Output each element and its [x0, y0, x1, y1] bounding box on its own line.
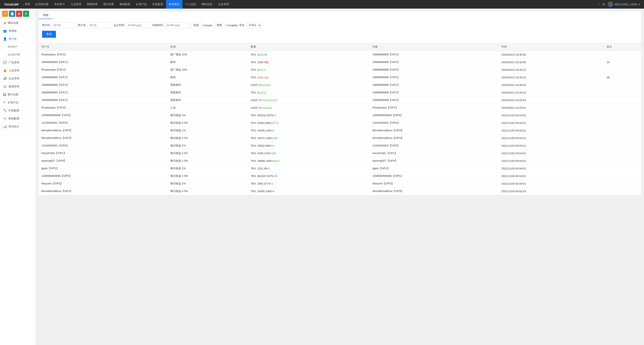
more-icon[interactable]: ›	[597, 2, 600, 7]
sidebar-item-miner-config[interactable]: 🔧 矿机配置	[0, 107, 36, 115]
cell-time: 2021/11/04 00:04:01	[499, 180, 604, 187]
top-nav-item-个人信息[interactable]: 个人信息	[182, 0, 199, 9]
top-nav-item-本站用户[interactable]: 本站用户	[51, 0, 68, 9]
content-card: 明细 用户ID 用户名 起止时间 结束时间 筛选 Comple	[39, 12, 641, 195]
cell-award: 入金:	[168, 104, 248, 112]
user-id-input[interactable]	[52, 22, 76, 28]
cell-note	[604, 112, 641, 119]
screen-button[interactable]: 筛选	[191, 22, 202, 28]
cell-username: HarryPotter【VIP1】	[39, 150, 168, 157]
tab-detail[interactable]: 明细	[39, 12, 52, 19]
cell-time: 2021/11/04 00:04:01	[499, 142, 604, 150]
cell-time: 2024/09/14 18:30:56	[499, 59, 604, 66]
sidebar-item-news[interactable]: 📰 新闻管理	[0, 83, 36, 91]
top-nav-item-邮箱配置[interactable]: 邮箱配置	[117, 0, 133, 9]
cell-amount: TRX: 34365.1406+5	[248, 187, 370, 195]
start-time-label: 起止时间	[114, 23, 124, 27]
col-note: 备注	[604, 43, 641, 51]
cell-time: 2024/09/14 18:25:43	[499, 96, 604, 104]
sidebar-item-ads[interactable]: 💬 广告管理	[0, 59, 36, 67]
sidebar-item-user-group[interactable]: 👤 用户组 ›	[0, 35, 36, 43]
sidebar-item-member-topology[interactable]: · 会员拓扑图	[0, 51, 36, 59]
table-row: 1008666666666【VIP5】 每日收益:1% TRX: 891532.…	[39, 112, 641, 119]
cell-amount: TRX: 1111-111	[248, 74, 370, 81]
sidebar-item-miner-products[interactable]: ⛏ 矿机产品	[0, 99, 36, 107]
top-nav-item-矿机产品[interactable]: 矿机产品	[133, 0, 150, 9]
table-row: jigele【VIP1】 每日收益:1% TRX: 1531.98+1 jige…	[39, 165, 641, 172]
cell-username: 18888888888【VIP1】	[39, 96, 168, 104]
cell-time: 2024/09/14 18:28:33	[499, 89, 604, 96]
cell-amount: TRX: 11.1+50	[248, 51, 370, 59]
top-nav-item-入金管理[interactable]: 入金管理	[68, 0, 84, 9]
cell-time: 2021/11/04 00:04:01	[499, 119, 604, 127]
refresh-icon[interactable]: ↻	[602, 2, 606, 7]
start-time-input[interactable]	[126, 22, 151, 28]
back-button[interactable]: ‹ 管理	[21, 3, 32, 6]
search-row: 查找	[42, 31, 638, 38]
sidebar-item-website-settings[interactable]: 🖥 网站设置	[0, 19, 36, 27]
cell-username: MonaMonaMona【VIP3】	[39, 187, 168, 195]
username-input[interactable]	[88, 22, 112, 28]
top-nav-item-图片设置[interactable]: 图片设置	[100, 0, 117, 9]
top-nav-item-积分统计[interactable]: 积分统计	[166, 0, 182, 9]
page-button[interactable]: 📄	[9, 11, 15, 17]
top-nav-right: › ↻ 👤 WELCOME_USER ▾	[595, 2, 642, 7]
cell-note	[604, 165, 641, 172]
cell-target: MonaMonaMona【VIP3】	[370, 127, 499, 134]
table-row: Rivalwanjoe【VIP1】 推广佣金:10% TRX: 0+11.1 1…	[39, 66, 641, 74]
cell-award: 每日收益:2.5%	[168, 172, 248, 180]
sidebar-item-local-users[interactable]: · 本站用户	[0, 43, 36, 51]
withdrawal-icon: 💸	[3, 77, 7, 80]
cell-award: 购买:	[168, 74, 248, 81]
table-row: 18888888888【VIP1】 系统操作: TRX: 0+1111 1888…	[39, 89, 641, 96]
data-table: 用户名 奖项 数量 对象 时间 备注 Rivalwanjoe【VIP1】 推广佣…	[39, 43, 641, 195]
cell-award: 系统操作:	[168, 81, 248, 89]
image-icon: 🖼	[3, 93, 6, 96]
cell-time: 2021/11/04 00:04:01	[499, 172, 604, 180]
sidebar-item-admin-group[interactable]: 👥 管理组 ›	[0, 27, 36, 35]
cell-time: 2021/11/04 00:04:01	[499, 157, 604, 165]
home-button[interactable]: 🏠	[2, 11, 8, 17]
cell-amount: TRX: 1531.98+1	[248, 165, 370, 172]
sidebar-item-deposit[interactable]: 💰 入金管理	[0, 67, 36, 75]
table-row: 1008666666666【VIP5】 每日收益:2.5% TRX: 89150…	[39, 172, 641, 180]
cell-note	[604, 150, 641, 157]
chevron-down-icon: ▾	[638, 3, 640, 6]
export-select[interactable]: 不导出	[246, 22, 261, 28]
top-nav-item-网站信息[interactable]: 网站信息	[199, 0, 215, 9]
cell-target: 18888888888【VIP1】	[370, 96, 499, 104]
cell-amount: TRX: 9439.3193+125	[248, 150, 370, 157]
cell-note: 29	[604, 59, 641, 66]
top-nav-item-矿机配置[interactable]: 矿机配置	[150, 0, 166, 9]
cell-username: 18888888888【VIP1】	[39, 89, 168, 96]
delete-button[interactable]: 🗑	[16, 11, 22, 17]
type-button[interactable]: 类型	[214, 22, 225, 28]
cell-amount: TRX: 891507.9375+25	[248, 172, 370, 180]
table-body: Rivalwanjoe【VIP1】 推广佣金:10% TRX: 11.1+50 …	[39, 51, 641, 195]
cell-amount: TRX: 0+11.1	[248, 66, 370, 74]
top-nav: ThinkCMF ‹ 管理 会员拓扑图本站用户入金管理新闻管理图片设置邮箱配置矿…	[0, 0, 644, 9]
end-time-input[interactable]	[164, 22, 189, 28]
top-nav-item-会员拓扑图[interactable]: 会员拓扑图	[32, 0, 51, 9]
sidebar-item-points[interactable]: 📊 积分统计	[0, 123, 36, 131]
cell-note	[604, 66, 641, 74]
cell-award: 每日收益:2.5%	[168, 157, 248, 165]
settings-button[interactable]: ⚙	[23, 11, 29, 17]
sidebar-item-email[interactable]: 📧 邮箱配置	[0, 115, 36, 123]
cell-username: 1008666666666【VIP5】	[39, 112, 168, 119]
top-nav-item-出金管理[interactable]: 出金管理	[215, 0, 232, 9]
col-award: 奖项	[168, 43, 248, 51]
username-label: 用户名	[78, 23, 86, 27]
sidebar-item-images[interactable]: 🖼 图片设置	[0, 91, 36, 99]
config-icon: 🔧	[3, 109, 7, 112]
user-menu[interactable]: 👤 WELCOME_USER ▾	[608, 2, 640, 7]
top-nav-item-新闻管理[interactable]: 新闻管理	[84, 0, 100, 9]
cell-username: Rivalwanjoe【VIP1】	[39, 66, 168, 74]
sidebar-item-withdrawal[interactable]: 💸 出金管理	[0, 75, 36, 83]
export-label: 导出	[239, 23, 244, 27]
cell-target: Maryann【VIP3】	[370, 180, 499, 187]
cell-amount: TRX: 1000-500	[248, 59, 370, 66]
search-button[interactable]: 查找	[42, 31, 56, 38]
cell-note	[604, 89, 641, 96]
cell-amount: TRX: 28068.1406+222.2	[248, 157, 370, 165]
